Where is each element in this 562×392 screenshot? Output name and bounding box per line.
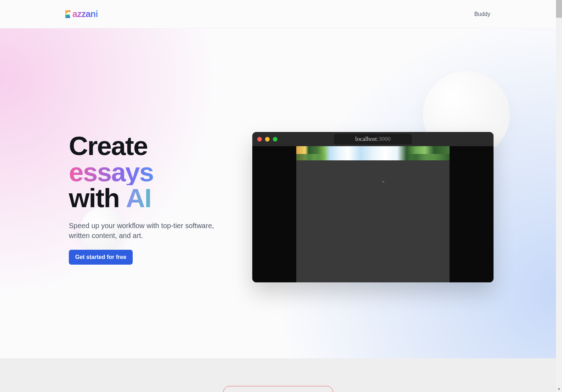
get-started-button[interactable]: Get started for free [69,250,133,265]
hero-title: Create essays with AI [69,133,225,211]
demo-illustration [296,146,450,160]
browser-address-bar: localhost:3000 [334,134,412,144]
pill-button-partial[interactable] [223,386,333,392]
primary-nav: Buddy [474,11,490,17]
hero-section: Create essays with AI Speed up your work… [0,28,556,358]
brand-name: azzani [72,9,98,19]
url-port: :3000 [377,136,391,142]
cursor-icon: ↖ [382,180,385,184]
nav-link-buddy[interactable]: Buddy [474,11,490,17]
browser-titlebar: localhost:3000 [252,132,494,146]
hero-subtitle: Speed up your workflow with top-tier sof… [69,221,225,241]
site-header: azzani Buddy [0,0,556,28]
window-maximize-icon [273,137,277,142]
browser-viewport: ↖ [252,146,494,282]
hero-content: Create essays with AI Speed up your work… [69,133,225,265]
scroll-down-arrow-icon[interactable]: ▼ [556,386,562,392]
page-scrollbar[interactable]: ▲ ▼ [556,0,562,392]
browser-mockup: localhost:3000 ↖ [252,132,494,282]
secondary-section [0,358,556,392]
hero-title-line3b: AI [126,185,151,211]
demo-app-viewport: ↖ [296,146,450,282]
brand-logo[interactable]: azzani [64,9,98,19]
url-host: localhost [355,136,377,142]
scrollbar-thumb[interactable] [556,0,562,18]
hero-title-line1: Create [69,131,147,161]
window-minimize-icon [265,137,270,142]
hero-title-line3a: with [69,183,126,213]
hero-title-line2: essays [69,159,153,186]
window-close-icon [257,137,262,142]
brand-mark-icon [64,10,72,19]
